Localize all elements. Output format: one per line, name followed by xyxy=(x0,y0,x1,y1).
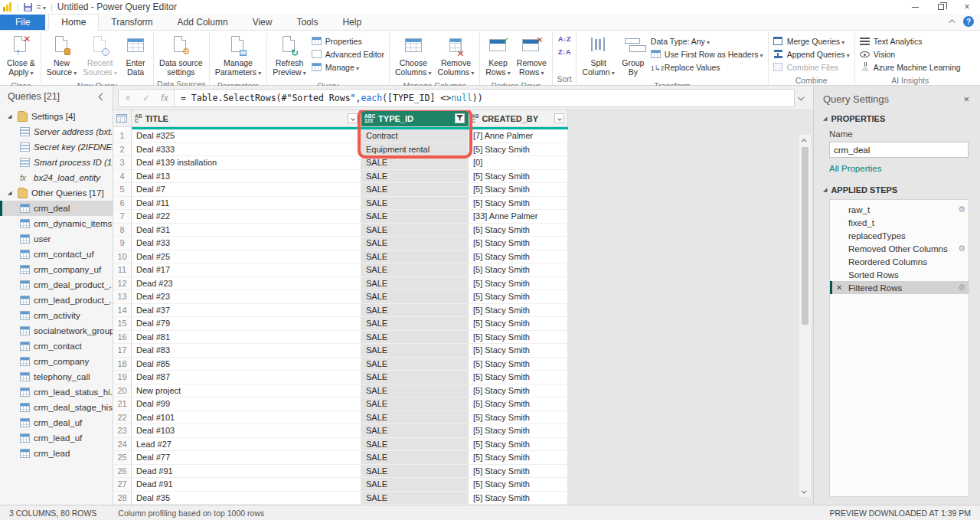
query-item[interactable]: socialnetwork_group xyxy=(0,323,113,338)
cell-title[interactable]: Deal #23 xyxy=(132,290,361,304)
cell-title[interactable]: Dead #23 xyxy=(132,277,361,291)
query-item[interactable]: Settings [4] xyxy=(0,109,113,124)
cell-created-by[interactable]: [5] Stacy Smith xyxy=(469,277,568,291)
applied-step[interactable]: replacedTypes xyxy=(830,229,969,242)
cell-title[interactable]: Deal #31 xyxy=(132,224,361,237)
query-item[interactable]: crm_deal_product_... xyxy=(0,277,113,293)
query-item[interactable]: Smart process ID (1... xyxy=(0,155,113,170)
cell-type-id[interactable]: SALE xyxy=(361,451,469,465)
help-icon[interactable]: ? xyxy=(963,16,974,27)
cell-title[interactable]: Deal #99 xyxy=(132,397,361,411)
cell-created-by[interactable]: [5] Stacy Smith xyxy=(469,438,568,452)
cell-title[interactable]: Deal #37 xyxy=(132,304,361,318)
split-column-button[interactable]: Split Column xyxy=(580,34,616,80)
query-item[interactable]: telephony_call xyxy=(0,369,113,384)
cell-type-id[interactable]: SALE xyxy=(361,478,469,492)
cell-created-by[interactable]: [5] Stacy Smith xyxy=(469,492,568,505)
cell-created-by[interactable]: [5] Stacy Smith xyxy=(469,143,568,157)
cell-title[interactable]: Deal #77 xyxy=(132,451,361,465)
query-item[interactable]: crm_deal_uf xyxy=(0,415,113,430)
cell-created-by[interactable]: [5] Stacy Smith xyxy=(469,304,568,318)
query-item[interactable]: crm_company_uf xyxy=(0,262,113,277)
column-header-type-id[interactable]: ABC123 TYPE_ID xyxy=(361,110,469,127)
tab-add-column[interactable]: Add Column xyxy=(165,15,240,30)
cell-type-id[interactable]: SALE xyxy=(361,371,469,384)
cell-title[interactable]: Deal #13 xyxy=(132,170,361,184)
applied-step[interactable]: Removed Other Columns xyxy=(830,242,969,255)
vision-button[interactable]: Vision xyxy=(860,48,961,60)
query-item[interactable]: crm_lead xyxy=(0,446,113,461)
step-settings-gear-icon[interactable] xyxy=(958,244,965,253)
column-filter-dropdown-button[interactable] xyxy=(554,113,564,123)
expand-formula-bar-button[interactable] xyxy=(795,96,808,100)
restore-button[interactable] xyxy=(928,0,954,14)
merge-queries-button[interactable]: Merge Queries xyxy=(773,35,850,47)
close-button[interactable]: × xyxy=(954,0,980,14)
cell-type-id[interactable]: Contract xyxy=(361,129,469,143)
cell-type-id[interactable]: SALE xyxy=(361,250,469,264)
data-type-button[interactable]: Data Type: Any xyxy=(651,35,763,47)
save-icon[interactable] xyxy=(24,3,32,11)
cell-type-id[interactable]: SALE xyxy=(361,197,469,211)
tab-file[interactable]: File xyxy=(0,15,45,30)
cell-type-id[interactable]: SALE xyxy=(361,438,469,452)
data-source-settings-button[interactable]: ⚙ Data source settings xyxy=(157,34,205,78)
cell-type-id[interactable]: SALE xyxy=(361,304,469,318)
enter-data-button[interactable]: Enter Data xyxy=(121,34,150,80)
cell-created-by[interactable]: [5] Stacy Smith xyxy=(469,384,568,398)
collapse-ribbon-icon[interactable] xyxy=(949,19,955,25)
cell-created-by[interactable]: [0] xyxy=(469,156,568,170)
cell-type-id[interactable]: SALE xyxy=(361,358,469,371)
cell-created-by[interactable]: [5] Stacy Smith xyxy=(469,197,568,211)
cell-title[interactable]: Deal #325 xyxy=(132,129,361,143)
close-and-apply-button[interactable]: ✕↑ Close & Apply xyxy=(5,34,38,80)
cell-type-id[interactable]: SALE xyxy=(361,424,469,438)
tab-help[interactable]: Help xyxy=(330,15,374,30)
cell-title[interactable]: Deal #79 xyxy=(132,317,361,331)
vertical-scrollbar[interactable] xyxy=(799,135,811,497)
replace-values-button[interactable]: 1↳2 Replace Values xyxy=(651,61,763,73)
combine-files-button[interactable]: Combine Files xyxy=(773,61,850,73)
cell-type-id[interactable]: SALE xyxy=(361,411,469,425)
qat-customize-dropdown[interactable]: = xyxy=(37,3,46,11)
cell-title[interactable]: Deal #101 xyxy=(132,411,361,425)
tab-view[interactable]: View xyxy=(240,15,285,30)
status-profiling-info[interactable]: Column profiling based on top 1000 rows xyxy=(118,509,264,518)
scroll-up-button[interactable] xyxy=(799,135,811,146)
query-item[interactable]: user xyxy=(0,231,113,247)
formula-commit-icon[interactable]: ✓ xyxy=(137,93,155,103)
text-analytics-button[interactable]: Text Analytics xyxy=(860,35,961,47)
query-item[interactable]: Other Queries [17] xyxy=(0,185,113,201)
cell-title[interactable]: Deal #103 xyxy=(132,424,361,438)
cell-type-id[interactable]: SALE xyxy=(361,277,469,291)
query-item[interactable]: crm_contact xyxy=(0,338,113,354)
remove-columns-button[interactable]: ✕ Remove Columns xyxy=(436,34,477,80)
column-header-title[interactable]: ABC TITLE xyxy=(132,110,361,127)
cell-type-id[interactable]: SALE xyxy=(361,317,469,331)
manage-query-button[interactable]: Manage xyxy=(312,61,384,73)
properties-section-header[interactable]: PROPERTIES xyxy=(823,114,969,123)
cell-title[interactable]: Deal #85 xyxy=(132,358,361,371)
cell-type-id[interactable]: SALE xyxy=(361,397,469,411)
cell-title[interactable]: Dead #91 xyxy=(132,478,361,492)
applied-step[interactable]: raw_t xyxy=(830,203,969,216)
column-filter-applied-button[interactable] xyxy=(455,113,465,123)
append-queries-button[interactable]: Append Queries xyxy=(773,48,850,60)
cell-created-by[interactable]: [5] Stacy Smith xyxy=(469,224,568,237)
cell-type-id[interactable]: SALE xyxy=(361,263,469,277)
cell-created-by[interactable]: [5] Stacy Smith xyxy=(469,170,568,184)
cell-type-id[interactable]: SALE xyxy=(361,344,469,358)
tab-tools[interactable]: Tools xyxy=(284,15,330,30)
query-item[interactable]: crm_lead_uf xyxy=(0,430,113,446)
choose-columns-button[interactable]: Choose Columns xyxy=(393,34,434,80)
recent-sources-button[interactable]: Recent Sources xyxy=(80,34,119,80)
cell-created-by[interactable]: [5] Stacy Smith xyxy=(469,397,568,411)
step-settings-gear-icon[interactable] xyxy=(958,283,965,293)
cell-created-by[interactable]: [5] Stacy Smith xyxy=(469,317,568,331)
close-panel-icon[interactable]: × xyxy=(963,93,969,105)
keep-rows-button[interactable]: ✓ Keep Rows xyxy=(483,34,513,80)
delete-step-icon[interactable] xyxy=(836,283,842,292)
manage-parameters-button[interactable]: Manage Parameters xyxy=(213,34,264,80)
query-item[interactable]: crm_contact_uf xyxy=(0,247,113,262)
applied-steps-section-header[interactable]: APPLIED STEPS xyxy=(823,185,969,195)
